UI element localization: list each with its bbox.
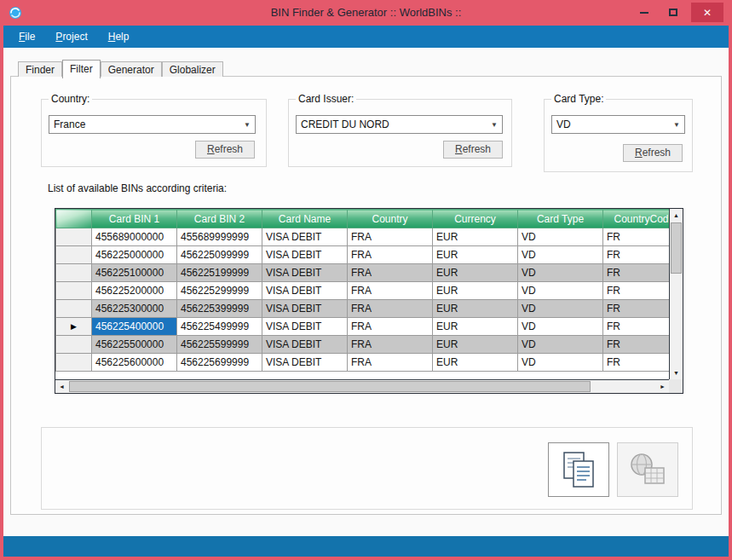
grid-cell[interactable]: 456225499999 [177, 318, 262, 336]
vertical-scrollbar-thumb[interactable] [671, 222, 682, 274]
grid-cell[interactable]: EUR [433, 282, 518, 300]
grid-cell[interactable]: 456225299999 [177, 282, 262, 300]
column-header[interactable]: Card Type [518, 210, 603, 228]
close-icon: ✕ [703, 8, 712, 18]
row-header[interactable] [56, 228, 92, 246]
grid-cell[interactable]: FRA [348, 264, 433, 282]
grid-cell[interactable]: FRA [348, 354, 433, 372]
grid-cell[interactable]: FR [603, 264, 670, 282]
card-issuer-combobox[interactable]: CREDIT DU NORD ▼ [296, 115, 503, 134]
grid-cell[interactable]: 456225199999 [177, 264, 262, 282]
grid-cell[interactable]: FR [603, 282, 670, 300]
grid-cell[interactable]: FRA [348, 228, 433, 246]
grid-cell[interactable]: FRA [348, 318, 433, 336]
grid-cell[interactable]: 456225699999 [177, 354, 262, 372]
grid-cell[interactable]: EUR [433, 228, 518, 246]
grid-corner[interactable] [56, 210, 92, 228]
grid-cell[interactable]: FR [603, 246, 670, 264]
grid-cell[interactable]: EUR [433, 336, 518, 354]
tab-generator[interactable]: Generator [101, 61, 162, 77]
scroll-left-button[interactable]: ◄ [55, 380, 68, 393]
grid-cell[interactable]: FRA [348, 246, 433, 264]
row-header[interactable] [56, 300, 92, 318]
minimize-button[interactable] [631, 3, 657, 22]
grid-cell[interactable]: VD [518, 300, 603, 318]
country-combobox[interactable]: France ▼ [49, 115, 256, 134]
tab-finder[interactable]: Finder [18, 61, 62, 77]
menu-help[interactable]: Help [98, 26, 140, 48]
card-type-refresh-button[interactable]: Refresh [623, 144, 683, 162]
scroll-down-button[interactable]: ▼ [670, 367, 683, 379]
grid-cell[interactable]: VD [518, 336, 603, 354]
grid-cell[interactable]: 456225099999 [177, 246, 262, 264]
grid-cell[interactable]: VISA DEBIT [262, 228, 348, 246]
scroll-up-button[interactable]: ▲ [670, 209, 683, 222]
grid-cell[interactable]: EUR [433, 264, 518, 282]
column-header[interactable]: Card BIN 2 [177, 210, 262, 228]
grid-cell[interactable]: VD [518, 318, 603, 336]
grid-cell[interactable]: 456225000000 [92, 246, 177, 264]
grid-cell[interactable]: EUR [433, 354, 518, 372]
vertical-scrollbar[interactable]: ▲ ▼ [669, 209, 683, 379]
tab-globalizer[interactable]: Globalizer [162, 61, 223, 77]
grid-cell[interactable]: VISA DEBIT [262, 318, 348, 336]
grid-cell[interactable]: FR [603, 228, 670, 246]
grid-cell[interactable]: VISA DEBIT [262, 336, 348, 354]
menu-project[interactable]: Project [45, 26, 97, 48]
grid-cell[interactable]: FR [603, 318, 670, 336]
menu-file[interactable]: File [9, 26, 45, 48]
country-refresh-button[interactable]: Refresh [195, 141, 255, 159]
app-window: BIN Finder & Generator :: WorldBINs :: ✕… [0, 0, 732, 560]
column-header[interactable]: Card BIN 1 [92, 210, 177, 228]
grid-cell[interactable]: 456225400000 [92, 318, 177, 336]
row-header[interactable] [56, 264, 92, 282]
column-header[interactable]: Currency [433, 210, 518, 228]
grid-cell[interactable]: VD [518, 246, 603, 264]
column-header[interactable]: Card Name [262, 210, 348, 228]
card-type-combobox[interactable]: VD ▼ [551, 115, 685, 134]
row-header[interactable] [56, 354, 92, 372]
grid-cell[interactable]: FRA [348, 300, 433, 318]
row-header[interactable] [56, 246, 92, 264]
grid-cell[interactable]: 455689000000 [92, 228, 177, 246]
grid-cell[interactable]: FRA [348, 282, 433, 300]
grid-cell[interactable]: FR [603, 354, 670, 372]
grid-cell[interactable]: EUR [433, 318, 518, 336]
grid-cell[interactable]: 456225300000 [92, 300, 177, 318]
grid-cell[interactable]: 456225100000 [92, 264, 177, 282]
globalize-export-button[interactable] [617, 442, 678, 497]
grid-cell[interactable]: 456225200000 [92, 282, 177, 300]
grid-cell[interactable]: VD [518, 264, 603, 282]
grid-cell[interactable]: 456225399999 [177, 300, 262, 318]
grid-cell[interactable]: VISA DEBIT [262, 354, 348, 372]
grid-cell[interactable]: VD [518, 354, 603, 372]
maximize-button[interactable] [660, 3, 686, 22]
grid-cell[interactable]: FRA [348, 336, 433, 354]
grid-cell[interactable]: 456225500000 [92, 336, 177, 354]
grid-cell[interactable]: 456225599999 [177, 336, 262, 354]
row-header[interactable] [56, 336, 92, 354]
copy-bins-button[interactable] [548, 442, 609, 497]
grid-cell[interactable]: VISA DEBIT [262, 264, 348, 282]
horizontal-scrollbar[interactable]: ◄ ► [55, 379, 669, 393]
grid-cell[interactable]: EUR [433, 246, 518, 264]
column-header[interactable]: Country [348, 210, 433, 228]
grid-cell[interactable]: 456225600000 [92, 354, 177, 372]
close-button[interactable]: ✕ [691, 3, 723, 22]
card-issuer-refresh-button[interactable]: Refresh [443, 141, 503, 159]
grid-cell[interactable]: VISA DEBIT [262, 300, 348, 318]
grid-cell[interactable]: FR [603, 300, 670, 318]
horizontal-scrollbar-thumb[interactable] [69, 381, 591, 392]
scroll-right-button[interactable]: ► [656, 380, 669, 393]
grid-cell[interactable]: VD [518, 282, 603, 300]
grid-cell[interactable]: VISA DEBIT [262, 282, 348, 300]
grid-cell[interactable]: VD [518, 228, 603, 246]
grid-cell[interactable]: 455689999999 [177, 228, 262, 246]
grid-cell[interactable]: FR [603, 336, 670, 354]
tab-filter[interactable]: Filter [62, 60, 101, 78]
grid-cell[interactable]: VISA DEBIT [262, 246, 348, 264]
grid-cell[interactable]: EUR [433, 300, 518, 318]
row-header[interactable]: ▶ [56, 318, 92, 336]
row-header[interactable] [56, 282, 92, 300]
column-header[interactable]: CountryCod [603, 210, 670, 228]
